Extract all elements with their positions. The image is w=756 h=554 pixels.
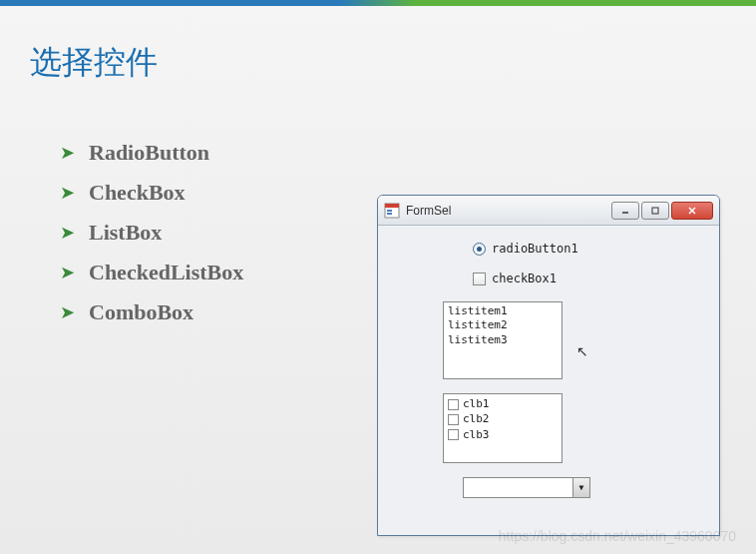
radio-button[interactable]: radioButton1 bbox=[473, 242, 699, 256]
listbox-item[interactable]: listitem2 bbox=[448, 318, 558, 332]
close-icon bbox=[687, 206, 697, 216]
svg-rect-5 bbox=[652, 208, 658, 214]
minimize-button[interactable] bbox=[611, 202, 639, 220]
bullet-triangle-icon: ➤ bbox=[60, 301, 75, 323]
checkbox-icon bbox=[448, 414, 459, 425]
cursor-icon: ↖ bbox=[576, 343, 588, 359]
radio-label: radioButton1 bbox=[492, 242, 578, 256]
bullet-label: ComboBox bbox=[89, 299, 193, 325]
listbox-item[interactable]: listitem3 bbox=[448, 333, 558, 347]
bullet-triangle-icon: ➤ bbox=[60, 222, 75, 244]
radio-icon bbox=[473, 243, 486, 256]
checkbox[interactable]: checkBox1 bbox=[473, 272, 699, 285]
bullet-triangle-icon: ➤ bbox=[60, 182, 75, 204]
checkbox-icon bbox=[473, 273, 486, 285]
page-title: 选择控件 bbox=[0, 6, 756, 85]
maximize-icon bbox=[650, 206, 660, 216]
svg-rect-3 bbox=[387, 213, 392, 215]
checkbox-label: checkBox1 bbox=[492, 272, 557, 285]
checkbox-icon bbox=[448, 399, 459, 410]
close-button[interactable] bbox=[671, 202, 713, 220]
window-title: FormSel bbox=[406, 204, 611, 218]
list-item: ➤ RadioButton bbox=[60, 140, 756, 166]
bullet-triangle-icon: ➤ bbox=[60, 262, 75, 283]
checked-listbox-item[interactable]: clb1 bbox=[448, 397, 558, 411]
checked-listbox-item[interactable]: clb2 bbox=[448, 412, 558, 426]
combobox[interactable]: ▼ bbox=[463, 477, 590, 498]
checked-listbox-item[interactable]: clb3 bbox=[448, 428, 558, 442]
watermark-text: https://blog.csdn.net/weixin_43960070 bbox=[499, 528, 736, 544]
bullet-label: RadioButton bbox=[89, 140, 209, 166]
clb-label: clb1 bbox=[463, 397, 490, 411]
svg-rect-2 bbox=[387, 210, 392, 212]
combobox-value bbox=[464, 478, 572, 497]
window-controls bbox=[611, 202, 713, 220]
bullet-label: ListBox bbox=[89, 220, 162, 246]
checked-listbox[interactable]: clb1 clb2 clb3 bbox=[443, 393, 563, 463]
form-app-icon bbox=[384, 203, 400, 219]
listbox-item[interactable]: listitem1 bbox=[448, 304, 558, 318]
maximize-button[interactable] bbox=[641, 202, 669, 220]
chevron-down-icon[interactable]: ▼ bbox=[572, 478, 589, 497]
minimize-icon bbox=[620, 207, 630, 215]
bullet-label: CheckBox bbox=[89, 180, 186, 206]
checkbox-icon bbox=[448, 429, 459, 440]
clb-label: clb3 bbox=[463, 428, 490, 442]
listbox[interactable]: listitem1 listitem2 listitem3 bbox=[443, 301, 563, 379]
bullet-triangle-icon: ➤ bbox=[60, 142, 75, 164]
window-titlebar[interactable]: FormSel bbox=[378, 196, 719, 226]
bullet-label: CheckedListBox bbox=[89, 260, 243, 285]
clb-label: clb2 bbox=[463, 412, 490, 426]
form-body: radioButton1 checkBox1 listitem1 listite… bbox=[378, 226, 719, 508]
svg-rect-1 bbox=[385, 204, 399, 208]
form-window: FormSel radioButton1 checkBox1 listitem1… bbox=[377, 195, 720, 536]
